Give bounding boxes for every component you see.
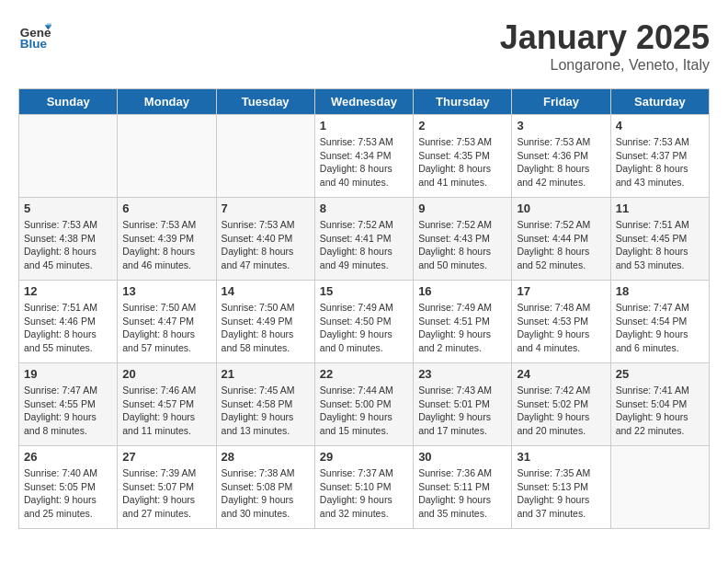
week-row-4: 19Sunrise: 7:47 AM Sunset: 4:55 PM Dayli… <box>19 363 710 446</box>
weekday-header-sunday: Sunday <box>19 89 118 115</box>
calendar-cell: 24Sunrise: 7:42 AM Sunset: 5:02 PM Dayli… <box>512 363 610 446</box>
day-info: Sunrise: 7:50 AM Sunset: 4:49 PM Dayligh… <box>222 301 310 355</box>
week-row-5: 26Sunrise: 7:40 AM Sunset: 5:05 PM Dayli… <box>19 446 710 529</box>
day-number: 10 <box>517 201 605 215</box>
location-title: Longarone, Veneto, Italy <box>500 57 710 74</box>
day-number: 31 <box>517 450 605 464</box>
day-number: 4 <box>616 119 704 132</box>
calendar-cell <box>610 446 709 529</box>
day-number: 23 <box>418 367 506 381</box>
calendar-cell: 31Sunrise: 7:35 AM Sunset: 5:13 PM Dayli… <box>512 446 610 529</box>
calendar-cell: 17Sunrise: 7:48 AM Sunset: 4:53 PM Dayli… <box>512 281 610 363</box>
calendar-cell <box>216 115 314 198</box>
day-number: 1 <box>320 119 408 132</box>
day-info: Sunrise: 7:52 AM Sunset: 4:43 PM Dayligh… <box>418 218 506 272</box>
day-info: Sunrise: 7:48 AM Sunset: 4:53 PM Dayligh… <box>517 301 605 355</box>
day-number: 29 <box>320 450 408 464</box>
day-number: 14 <box>222 284 310 298</box>
calendar-cell <box>118 115 216 198</box>
title-area: January 2025 Longarone, Veneto, Italy <box>500 18 710 74</box>
day-info: Sunrise: 7:53 AM Sunset: 4:40 PM Dayligh… <box>222 218 310 272</box>
day-number: 7 <box>222 201 310 215</box>
day-info: Sunrise: 7:36 AM Sunset: 5:11 PM Dayligh… <box>418 466 506 521</box>
calendar-cell: 7Sunrise: 7:53 AM Sunset: 4:40 PM Daylig… <box>216 198 314 281</box>
day-number: 22 <box>320 367 408 381</box>
day-info: Sunrise: 7:53 AM Sunset: 4:35 PM Dayligh… <box>418 135 506 190</box>
calendar-cell: 4Sunrise: 7:53 AM Sunset: 4:37 PM Daylig… <box>610 115 709 198</box>
calendar-cell: 14Sunrise: 7:50 AM Sunset: 4:49 PM Dayli… <box>216 281 314 363</box>
calendar-cell: 12Sunrise: 7:51 AM Sunset: 4:46 PM Dayli… <box>19 281 118 363</box>
logo: General Blue <box>18 18 51 52</box>
calendar-cell: 18Sunrise: 7:47 AM Sunset: 4:54 PM Dayli… <box>610 281 709 363</box>
calendar-cell: 21Sunrise: 7:45 AM Sunset: 4:58 PM Dayli… <box>216 363 314 446</box>
calendar-cell: 22Sunrise: 7:44 AM Sunset: 5:00 PM Dayli… <box>314 363 413 446</box>
day-info: Sunrise: 7:40 AM Sunset: 5:05 PM Dayligh… <box>24 466 112 521</box>
day-number: 8 <box>320 201 408 215</box>
day-number: 6 <box>122 201 210 215</box>
calendar-cell: 27Sunrise: 7:39 AM Sunset: 5:07 PM Dayli… <box>118 446 216 529</box>
day-number: 27 <box>122 450 210 464</box>
day-info: Sunrise: 7:47 AM Sunset: 4:54 PM Dayligh… <box>616 301 704 355</box>
calendar-cell: 15Sunrise: 7:49 AM Sunset: 4:50 PM Dayli… <box>314 281 413 363</box>
day-info: Sunrise: 7:53 AM Sunset: 4:39 PM Dayligh… <box>122 218 210 272</box>
day-number: 20 <box>122 367 210 381</box>
day-number: 12 <box>24 284 112 298</box>
day-number: 30 <box>418 450 506 464</box>
day-info: Sunrise: 7:46 AM Sunset: 4:57 PM Dayligh… <box>122 384 210 438</box>
day-number: 19 <box>24 367 112 381</box>
day-number: 25 <box>616 367 704 381</box>
header: General Blue January 2025 Longarone, Ven… <box>18 18 710 74</box>
calendar-cell: 26Sunrise: 7:40 AM Sunset: 5:05 PM Dayli… <box>19 446 118 529</box>
day-info: Sunrise: 7:53 AM Sunset: 4:37 PM Dayligh… <box>616 135 704 190</box>
calendar-cell: 3Sunrise: 7:53 AM Sunset: 4:36 PM Daylig… <box>512 115 610 198</box>
day-info: Sunrise: 7:47 AM Sunset: 4:55 PM Dayligh… <box>24 384 112 438</box>
weekday-header-tuesday: Tuesday <box>216 89 314 115</box>
calendar-cell: 19Sunrise: 7:47 AM Sunset: 4:55 PM Dayli… <box>19 363 118 446</box>
day-number: 18 <box>616 284 704 298</box>
weekday-header-thursday: Thursday <box>414 89 512 115</box>
calendar-cell: 13Sunrise: 7:50 AM Sunset: 4:47 PM Dayli… <box>118 281 216 363</box>
day-info: Sunrise: 7:44 AM Sunset: 5:00 PM Dayligh… <box>320 384 408 438</box>
calendar-cell: 9Sunrise: 7:52 AM Sunset: 4:43 PM Daylig… <box>414 198 512 281</box>
calendar-cell: 23Sunrise: 7:43 AM Sunset: 5:01 PM Dayli… <box>414 363 512 446</box>
weekday-header-wednesday: Wednesday <box>314 89 413 115</box>
weekday-header-friday: Friday <box>512 89 610 115</box>
day-info: Sunrise: 7:37 AM Sunset: 5:10 PM Dayligh… <box>320 466 408 521</box>
calendar-cell: 5Sunrise: 7:53 AM Sunset: 4:38 PM Daylig… <box>19 198 118 281</box>
weekday-header-monday: Monday <box>118 89 216 115</box>
day-number: 5 <box>24 201 112 215</box>
calendar-cell: 8Sunrise: 7:52 AM Sunset: 4:41 PM Daylig… <box>314 198 413 281</box>
month-title: January 2025 <box>500 18 710 57</box>
calendar-cell <box>19 115 118 198</box>
day-info: Sunrise: 7:51 AM Sunset: 4:46 PM Dayligh… <box>24 301 112 355</box>
day-info: Sunrise: 7:39 AM Sunset: 5:07 PM Dayligh… <box>122 466 210 521</box>
day-info: Sunrise: 7:53 AM Sunset: 4:34 PM Dayligh… <box>320 135 408 190</box>
logo-icon: General Blue <box>18 18 51 52</box>
day-number: 2 <box>418 119 506 132</box>
week-row-1: 1Sunrise: 7:53 AM Sunset: 4:34 PM Daylig… <box>19 115 710 198</box>
calendar: SundayMondayTuesdayWednesdayThursdayFrid… <box>18 88 710 529</box>
day-info: Sunrise: 7:52 AM Sunset: 4:41 PM Dayligh… <box>320 218 408 272</box>
day-info: Sunrise: 7:52 AM Sunset: 4:44 PM Dayligh… <box>517 218 605 272</box>
calendar-cell: 29Sunrise: 7:37 AM Sunset: 5:10 PM Dayli… <box>314 446 413 529</box>
day-info: Sunrise: 7:51 AM Sunset: 4:45 PM Dayligh… <box>616 218 704 272</box>
calendar-cell: 28Sunrise: 7:38 AM Sunset: 5:08 PM Dayli… <box>216 446 314 529</box>
day-number: 11 <box>616 201 704 215</box>
day-number: 16 <box>418 284 506 298</box>
day-info: Sunrise: 7:53 AM Sunset: 4:38 PM Dayligh… <box>24 218 112 272</box>
day-info: Sunrise: 7:49 AM Sunset: 4:50 PM Dayligh… <box>320 301 408 355</box>
day-number: 17 <box>517 284 605 298</box>
svg-text:Blue: Blue <box>20 37 48 51</box>
weekday-header-saturday: Saturday <box>610 89 709 115</box>
day-number: 26 <box>24 450 112 464</box>
day-info: Sunrise: 7:38 AM Sunset: 5:08 PM Dayligh… <box>222 466 310 521</box>
day-info: Sunrise: 7:42 AM Sunset: 5:02 PM Dayligh… <box>517 384 605 438</box>
day-number: 9 <box>418 201 506 215</box>
day-number: 28 <box>222 450 310 464</box>
calendar-cell: 1Sunrise: 7:53 AM Sunset: 4:34 PM Daylig… <box>314 115 413 198</box>
week-row-3: 12Sunrise: 7:51 AM Sunset: 4:46 PM Dayli… <box>19 281 710 363</box>
day-info: Sunrise: 7:43 AM Sunset: 5:01 PM Dayligh… <box>418 384 506 438</box>
calendar-cell: 6Sunrise: 7:53 AM Sunset: 4:39 PM Daylig… <box>118 198 216 281</box>
day-info: Sunrise: 7:50 AM Sunset: 4:47 PM Dayligh… <box>122 301 210 355</box>
day-info: Sunrise: 7:35 AM Sunset: 5:13 PM Dayligh… <box>517 466 605 521</box>
